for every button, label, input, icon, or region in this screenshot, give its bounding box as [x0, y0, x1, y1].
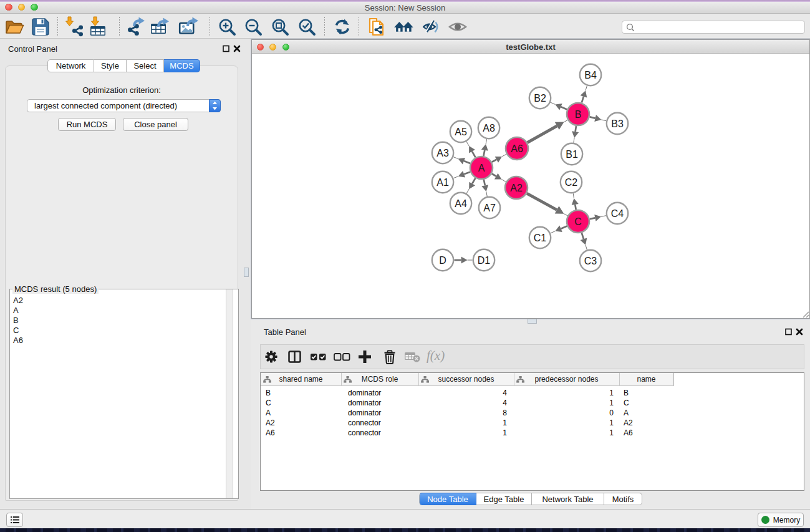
- svg-text:B3: B3: [611, 118, 624, 129]
- svg-text:A2: A2: [510, 183, 523, 193]
- svg-text:B2: B2: [534, 93, 546, 104]
- svg-text:B: B: [575, 109, 582, 120]
- svg-text:A1: A1: [436, 177, 449, 188]
- svg-text:C3: C3: [584, 256, 597, 266]
- svg-text:C4: C4: [611, 208, 624, 219]
- svg-text:C: C: [574, 216, 582, 227]
- svg-text:A: A: [478, 163, 485, 173]
- svg-text:D: D: [439, 255, 446, 266]
- svg-text:B1: B1: [566, 149, 578, 160]
- svg-text:A7: A7: [483, 203, 496, 213]
- svg-text:A6: A6: [511, 143, 523, 154]
- svg-text:C1: C1: [534, 233, 547, 243]
- svg-text:C2: C2: [565, 177, 578, 188]
- svg-text:A5: A5: [455, 127, 467, 137]
- svg-text:A8: A8: [483, 123, 495, 133]
- svg-text:A4: A4: [455, 198, 467, 209]
- svg-text:D1: D1: [478, 255, 491, 266]
- svg-text:A3: A3: [436, 148, 449, 158]
- svg-text:B4: B4: [584, 70, 597, 80]
